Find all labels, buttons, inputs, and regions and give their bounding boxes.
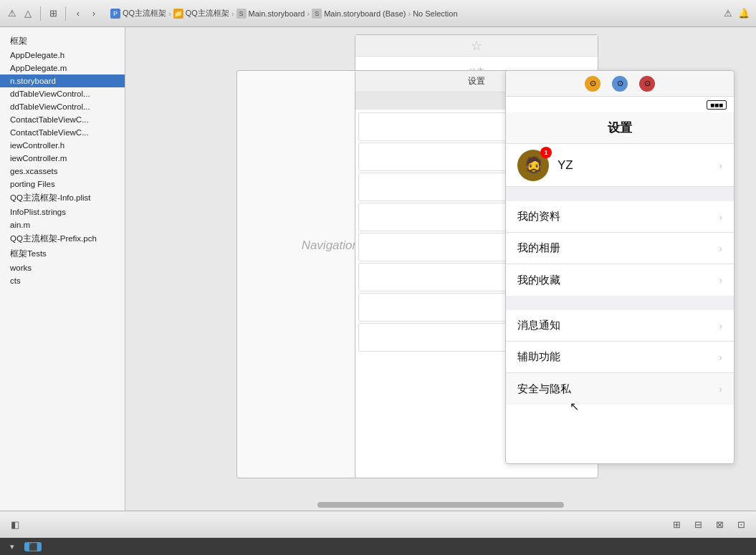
ios-cells-group-1: 我的资料 › 我的相册 › 我的收藏 › xyxy=(506,201,734,296)
sidebar-item-cts[interactable]: cts xyxy=(0,274,125,287)
ios-cell-my-album[interactable]: 我的相册 › xyxy=(506,233,734,264)
ios-avatar: 🧔 1 xyxy=(517,150,549,181)
ios-profile-cell[interactable]: 🧔 1 YZ › xyxy=(506,144,734,187)
ios-content: 🧔 1 YZ › 我的资料 › 我的相册 › xyxy=(506,144,734,405)
ios-cell-my-profile[interactable]: 我的资料 › xyxy=(506,201,734,233)
bell-icon[interactable]: 🔔 xyxy=(737,7,750,20)
sidebar-item-xcassets[interactable]: ges.xcassets xyxy=(0,165,125,178)
storyboard-icon-1: S xyxy=(236,9,247,19)
ios-cell-my-favorites[interactable]: 我的收藏 › xyxy=(506,264,734,296)
ios-section-spacer-1 xyxy=(506,187,734,201)
bottom-toolbar: ◧ ⊞ ⊟ ⊠ ⊡ xyxy=(0,511,756,538)
canvas-scrollbar-thumb[interactable] xyxy=(317,502,564,508)
ios-chevron-5: › xyxy=(719,383,722,395)
ios-chevron-3: › xyxy=(719,320,722,332)
panel-toggle-icon[interactable]: ◧ xyxy=(7,517,23,533)
breadcrumb-item-2[interactable]: 📁 QQ主流框架 xyxy=(173,8,229,19)
breadcrumb-label-4: Main.storyboard (Base) xyxy=(324,9,406,18)
sidebar-item-info-plist[interactable]: QQ主流框架-Info.plist xyxy=(0,190,125,206)
ios-battery-indicator: ■■■ xyxy=(707,100,727,110)
sidebar-item-viewcontroller-h[interactable]: iewController.h xyxy=(0,139,125,152)
breadcrumb-sep-3: › xyxy=(307,9,310,18)
layout-icon-2[interactable]: ⊟ xyxy=(690,517,706,533)
breadcrumb-label-3: Main.storyboard xyxy=(249,9,305,18)
ios-cell-privacy[interactable]: 安全与隐私 › xyxy=(506,373,734,405)
canvas-area: 🔒 ☆ 动态 Navigation Controller 设置 ■■■ xyxy=(125,27,756,511)
sidebar-item-appdelegate-h[interactable]: AppDelegate.h xyxy=(0,49,125,62)
breadcrumb-sep-2: › xyxy=(231,9,234,18)
breadcrumb-item-3[interactable]: S Main.storyboard xyxy=(236,9,305,19)
status-bar: ▾ ⬛ xyxy=(0,538,756,555)
storyboard-icon-2: S xyxy=(312,9,322,19)
folder-icon: 📁 xyxy=(173,9,183,19)
ios-cell-label-0: 我的资料 xyxy=(517,210,560,223)
toolbar-right: ⚠ 🔔 xyxy=(722,7,750,20)
sidebar-item-框架[interactable]: 框架 xyxy=(0,34,125,49)
ios-cell-label-5: 安全与隐私 xyxy=(517,382,571,396)
ios-icon-orange[interactable]: ⊙ xyxy=(585,76,601,92)
grid-icon[interactable]: ⊞ xyxy=(47,7,59,20)
breadcrumb-sep-4: › xyxy=(408,9,411,18)
sidebar-item-appdelegate-m[interactable]: AppDelegate.m xyxy=(0,62,125,74)
breadcrumb-item-4[interactable]: S Main.storyboard (Base) xyxy=(312,9,406,19)
breadcrumb: P QQ主流框架 › 📁 QQ主流框架 › S Main.storyboard … xyxy=(110,8,717,19)
breadcrumb-label-1: QQ主流框架 xyxy=(123,8,166,19)
layout-icon-1[interactable]: ⊞ xyxy=(669,517,684,533)
ios-cells-group-2: 消息通知 › 辅助功能 › 安全与隐私 › xyxy=(506,310,734,405)
ios-cell-label-3: 消息通知 xyxy=(517,319,560,332)
sidebar-item-框架tests[interactable]: 框架Tests xyxy=(0,246,125,261)
ios-icon-blue[interactable]: ⊙ xyxy=(612,76,628,92)
toolbar-separator-1 xyxy=(40,6,41,21)
ios-cell-accessibility[interactable]: 辅助功能 › xyxy=(506,342,734,373)
notification-icon[interactable]: △ xyxy=(21,7,34,20)
breadcrumb-sep-1: › xyxy=(168,9,171,18)
star-icon: ☆ xyxy=(471,38,482,54)
ios-section-spacer-2 xyxy=(506,296,734,310)
toolbar-separator-2 xyxy=(65,6,66,21)
sidebar-item-works[interactable]: works xyxy=(0,261,125,274)
ios-status-bar: ■■■ xyxy=(506,97,734,112)
warning-icon[interactable]: ⚠ xyxy=(6,7,19,20)
ios-cell-label-1: 我的相册 xyxy=(517,241,560,255)
sidebar-item-supporting-files[interactable]: porting Files xyxy=(0,178,125,190)
sidebar-item-main-storyboard[interactable]: n.storyboard xyxy=(0,74,125,87)
toolbar-left: ⚠ △ ⊞ ‹ › xyxy=(6,6,100,21)
breadcrumb-item-1[interactable]: P QQ主流框架 xyxy=(110,8,166,19)
forward-icon[interactable]: › xyxy=(87,7,100,20)
ios-nav-title: 设置 xyxy=(608,120,632,136)
breadcrumb-no-selection: No Selection xyxy=(413,9,457,18)
ios-cell-label-2: 我的收藏 xyxy=(517,274,560,287)
sidebar-item-addtableviewcontroller-m[interactable]: ddTableViewControl... xyxy=(0,100,125,113)
sidebar-item-contacttableview-h[interactable]: ContactTableViewC... xyxy=(0,113,125,126)
ios-simulator-panel: ⊙ ⊙ ⊙ ■■■ 设置 🧔 1 YZ xyxy=(505,70,735,464)
small-scene-topbar: ☆ xyxy=(355,35,598,57)
sidebar-item-addtableviewcontroller-h[interactable]: ddTableViewControl... xyxy=(0,87,125,100)
canvas-scrollbar-track xyxy=(133,502,749,509)
sidebar-item-prefix-pch[interactable]: QQ主流框架-Prefix.pch xyxy=(0,231,125,246)
breadcrumb-label-2: QQ主流框架 xyxy=(186,8,229,19)
ios-top-icons-bar: ⊙ ⊙ ⊙ xyxy=(506,71,734,97)
ios-icon-red[interactable]: ⊙ xyxy=(639,76,655,92)
sidebar-item-infoplist-strings[interactable]: InfoPlist.strings xyxy=(0,206,125,218)
ios-chevron-1: › xyxy=(719,243,722,254)
ios-chevron-0: › xyxy=(719,211,722,223)
sidebar-item-viewcontroller-m[interactable]: iewController.m xyxy=(0,152,125,165)
sidebar-item-0[interactable] xyxy=(0,27,125,34)
ios-chevron-2: › xyxy=(719,274,722,286)
sidebar-item-contacttableview-m[interactable]: ContactTableViewC... xyxy=(0,126,125,139)
ios-profile-chevron: › xyxy=(719,160,722,171)
ios-profile-name: YZ xyxy=(558,158,710,173)
alert-icon[interactable]: ⚠ xyxy=(722,7,735,20)
layout-icon-4[interactable]: ⊡ xyxy=(733,517,749,533)
bottom-right-icons: ⊞ ⊟ ⊠ ⊡ xyxy=(669,517,749,533)
status-dropdown-icon[interactable]: ▾ xyxy=(6,540,19,553)
sidebar-item-main-m[interactable]: ain.m xyxy=(0,218,125,231)
layout-icon-3[interactable]: ⊠ xyxy=(712,517,727,533)
sidebar: 框架 AppDelegate.h AppDelegate.m n.storybo… xyxy=(0,27,125,511)
back-icon[interactable]: ‹ xyxy=(72,7,85,20)
ios-cell-label-4: 辅助功能 xyxy=(517,350,560,364)
status-tag: ⬛ xyxy=(24,542,42,551)
ios-chevron-4: › xyxy=(719,352,722,363)
ios-notification-badge: 1 xyxy=(540,147,552,158)
ios-cell-notifications[interactable]: 消息通知 › xyxy=(506,310,734,342)
